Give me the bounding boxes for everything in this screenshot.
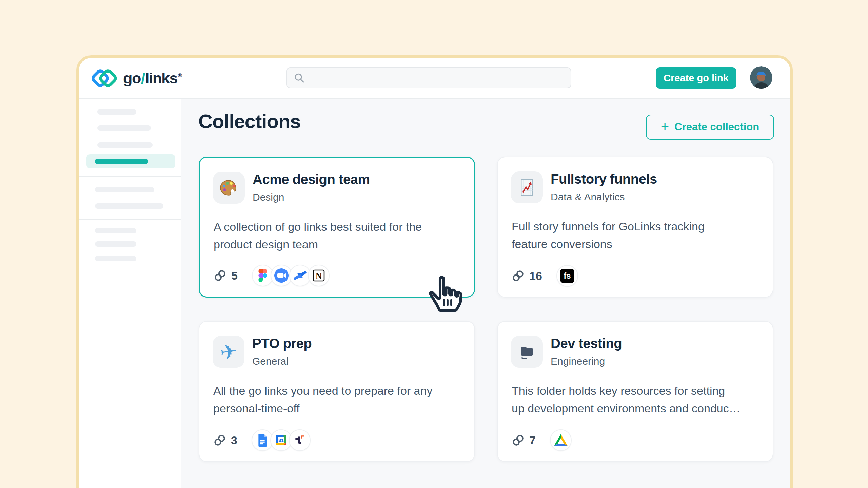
card-footer: 5 (214, 265, 330, 286)
collection-card-dev-testing[interactable]: Dev testing Engineering This folder hold… (497, 321, 773, 462)
golinks-logo-text: go/links® (123, 69, 181, 87)
sidebar-skeleton-item (95, 203, 163, 209)
plus-icon: + (661, 118, 669, 135)
app-chips: fs (556, 265, 578, 287)
app-window: go/links® Create go link (76, 55, 793, 488)
card-title: PTO prep (252, 336, 312, 351)
card-category: General (252, 355, 289, 367)
sidebar-skeleton-item (97, 109, 136, 115)
sidebar (79, 99, 181, 488)
svg-text:31: 31 (278, 438, 284, 443)
card-description: Full story funnels for GoLinks tracking … (512, 218, 763, 253)
sidebar-skeleton-item (95, 228, 136, 233)
sidebar-item-collections-active[interactable] (86, 154, 175, 168)
svg-text:N: N (316, 271, 322, 281)
app-header: go/links® Create go link (79, 58, 790, 99)
app-chips: 31 (252, 429, 311, 451)
sidebar-skeleton-item (95, 241, 136, 247)
card-description: This folder holds key resources for sett… (512, 382, 763, 417)
trainual-icon (289, 429, 311, 451)
link-icon (512, 434, 525, 447)
avatar-photo (750, 66, 772, 89)
card-footer: 7 (512, 429, 572, 451)
card-footer: 3 (213, 429, 311, 451)
link-count: 16 (529, 269, 542, 283)
google-drive-icon (550, 429, 572, 451)
create-collection-label: Create collection (674, 121, 759, 133)
card-description: A collection of go links best suited for… (214, 218, 465, 253)
airplane-icon: ✈ (213, 336, 244, 368)
avatar[interactable] (750, 66, 772, 89)
app-chips (550, 429, 572, 451)
card-title: Fullstory funnels (551, 171, 657, 187)
notion-icon: N (308, 265, 330, 286)
main-content: Collections + Create collection Acme des… (181, 99, 790, 488)
link-count: 3 (231, 434, 237, 447)
card-title: Acme design team (253, 172, 370, 187)
collection-card-pto-prep[interactable]: ✈ PTO prep General All the go links you … (199, 321, 475, 462)
link-icon (214, 269, 226, 282)
link-count: 7 (529, 434, 536, 447)
card-category: Data & Analytics (551, 191, 625, 203)
card-footer: 16 fs (512, 265, 578, 287)
link-icon (213, 434, 226, 447)
sidebar-divider (79, 176, 181, 177)
card-category: Design (253, 191, 284, 203)
link-icon (512, 269, 525, 282)
collection-card-acme-design-team[interactable]: Acme design team Design A collection of … (199, 157, 475, 298)
sidebar-skeleton-item (95, 256, 136, 261)
collection-card-fullstory-funnels[interactable]: Fullstory funnels Data & Analytics Full … (497, 157, 773, 298)
golinks-chain-icon (92, 67, 118, 89)
folder-icon (511, 336, 543, 368)
search-input[interactable] (286, 67, 571, 88)
app-chips: N (252, 265, 330, 286)
fullstory-icon: fs (556, 265, 578, 287)
sidebar-skeleton-item (97, 125, 151, 131)
link-count: 5 (231, 269, 238, 282)
create-go-link-button[interactable]: Create go link (656, 67, 736, 89)
card-title: Dev testing (551, 336, 622, 351)
sidebar-skeleton-item (97, 142, 153, 148)
page-title: Collections (198, 110, 301, 133)
sidebar-skeleton-item (95, 187, 154, 192)
palette-icon (213, 172, 245, 204)
card-description: All the go links you need to prepare for… (213, 382, 464, 417)
create-collection-button[interactable]: + Create collection (646, 115, 774, 140)
sidebar-active-bar (95, 159, 148, 164)
card-category: Engineering (551, 355, 605, 367)
search-icon (294, 72, 305, 84)
chart-increasing-icon (511, 171, 543, 203)
sidebar-divider (79, 219, 181, 220)
golinks-logo[interactable]: go/links® (92, 67, 181, 89)
